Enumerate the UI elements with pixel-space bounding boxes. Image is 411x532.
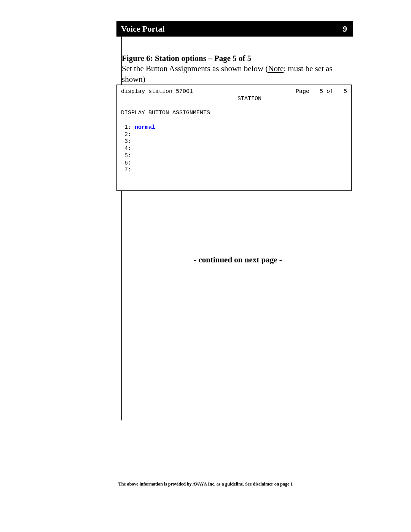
- content-area: Figure 6: Station options – Page 5 of 5 …: [122, 53, 354, 85]
- figure-desc-pre: Set the Button Assignments as shown belo…: [122, 64, 268, 73]
- terminal-row5: 5:: [121, 153, 131, 159]
- figure-desc-note: Note: [268, 64, 284, 73]
- terminal-row6: 6:: [121, 160, 131, 166]
- header-title: Voice Portal: [121, 24, 165, 34]
- header-bar: Voice Portal 9: [116, 21, 353, 37]
- terminal-row1-val: normal: [135, 124, 155, 131]
- header-page-number: 9: [343, 24, 347, 34]
- terminal-cmd: display station 57001: [121, 88, 193, 95]
- terminal-row3: 3:: [121, 138, 131, 145]
- terminal-row2: 2:: [121, 131, 131, 138]
- page-container: Voice Portal 9 Figure 6: Station options…: [0, 0, 411, 532]
- continued-notice: - continued on next page -: [122, 255, 354, 265]
- footer-disclaimer: The above information is provided by AVA…: [0, 481, 411, 487]
- terminal-output: display station 57001 Page 5 of 5 STATIO…: [116, 85, 352, 191]
- terminal-page-indicator: Page 5 of 5: [296, 88, 347, 95]
- terminal-station-label: STATION: [237, 96, 261, 102]
- terminal-section-title: DISPLAY BUTTON ASSIGNMENTS: [121, 110, 210, 116]
- terminal-row7: 7:: [121, 167, 131, 173]
- terminal-row4: 4:: [121, 145, 131, 152]
- figure-title: Figure 6: Station options – Page 5 of 5: [122, 53, 354, 64]
- figure-description: Set the Button Assignments as shown belo…: [122, 64, 354, 85]
- terminal-row1-num: 1:: [121, 124, 135, 131]
